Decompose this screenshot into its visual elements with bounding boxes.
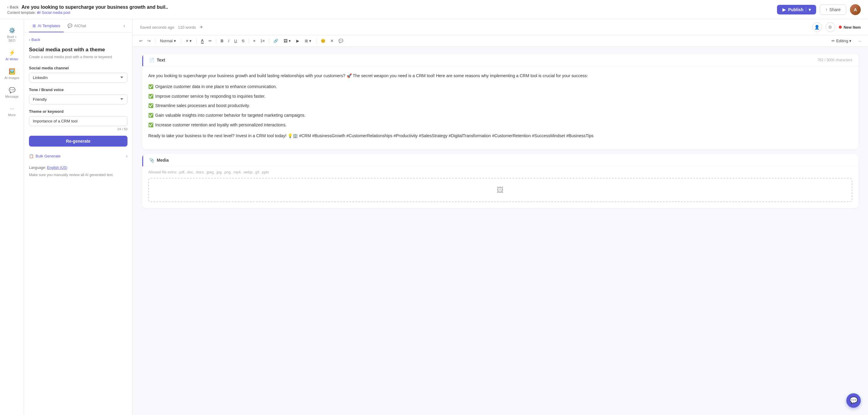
- bulk-icon: 📋: [29, 154, 34, 158]
- italic-icon: I: [228, 39, 229, 43]
- strikethrough-icon: S: [242, 39, 244, 43]
- template-label: Content template:: [7, 10, 36, 15]
- italic-button[interactable]: I: [226, 37, 231, 45]
- sidebar-item-brief-seo[interactable]: ⚙️ Brief + SEO: [2, 24, 22, 45]
- chevron-down-icon: ▾: [809, 7, 811, 12]
- add-collaborator-button[interactable]: 👤: [812, 22, 822, 32]
- chevron-down-icon: ▾: [849, 39, 851, 43]
- clear-format-button[interactable]: ✕: [329, 37, 336, 45]
- text-block-content[interactable]: Are you looking to supercharge your busi…: [142, 66, 858, 149]
- text-block-label: Text: [157, 58, 165, 62]
- panel-title: Social media post with a theme: [29, 47, 127, 53]
- media-block-label: Media: [157, 158, 169, 162]
- lang-label: Language:: [29, 166, 46, 170]
- image-button[interactable]: 🖼 ▾: [281, 37, 293, 45]
- strikethrough-button[interactable]: S: [240, 37, 246, 45]
- collapse-panel-button[interactable]: ‹: [121, 22, 127, 30]
- bullet-text: Gain valuable insights into customer beh…: [155, 112, 306, 119]
- ai-panel-content: ‹ Back Social media post with a theme Cr…: [24, 33, 132, 415]
- bullet-text: Streamline sales processes and boost pro…: [155, 102, 250, 110]
- table-icon: ⊞: [305, 39, 308, 43]
- sidebar-item-ai-writer[interactable]: ⚡ AI Writer: [2, 47, 22, 64]
- editing-dropdown[interactable]: ✏ Editing ▾: [829, 37, 854, 45]
- style-label: Normal: [160, 39, 173, 43]
- emoji-button[interactable]: 😊: [319, 37, 327, 45]
- sidebar-item-more[interactable]: ··· More: [2, 102, 22, 120]
- toolbar-sep: [216, 38, 216, 44]
- language-link[interactable]: English (US): [47, 166, 67, 170]
- topbar-left: ‹ Back Are you looking to supercharge yo…: [7, 4, 168, 15]
- editor-topbar: Saved seconds ago 110 words 👁 👤 ⚙ New It…: [133, 19, 868, 35]
- new-item-button[interactable]: New Item: [839, 25, 861, 30]
- bulk-label: Bulk Generate: [36, 154, 61, 158]
- back-link[interactable]: ‹ Back: [29, 37, 127, 42]
- template-name: # Social media post: [38, 10, 70, 15]
- more-options-button[interactable]: ···: [856, 37, 863, 45]
- person-plus-icon: 👤: [814, 25, 819, 30]
- list-item: Organize customer data in one place to e…: [148, 83, 852, 90]
- play-icon: ▶: [296, 39, 299, 43]
- chevron-left-icon: ‹: [7, 5, 8, 9]
- theme-group: Theme or keyword 24 / 50: [29, 109, 127, 131]
- sidebar-item-label: Message: [5, 95, 19, 98]
- editing-label: Editing: [836, 39, 848, 43]
- avatar[interactable]: A: [850, 4, 861, 15]
- underline-button[interactable]: U: [232, 37, 239, 45]
- chevron-down-icon: ▾: [174, 39, 176, 43]
- chevron-left-icon: ‹: [29, 37, 30, 42]
- align-icon: ≡: [186, 39, 188, 43]
- list-item: Increase customer retention and loyalty …: [148, 122, 852, 129]
- undo-button[interactable]: ↩: [137, 37, 144, 45]
- highlight-button[interactable]: ✏: [207, 37, 214, 45]
- template-link[interactable]: # # Social media post: [37, 10, 70, 15]
- highlight-icon: ✏: [209, 39, 212, 43]
- sidebar-item-ai-images[interactable]: 🖼️ AI Images: [2, 65, 22, 83]
- align-dropdown[interactable]: ≡ ▾: [184, 37, 194, 45]
- back-button[interactable]: ‹ Back: [7, 5, 19, 9]
- text-color-button[interactable]: A: [199, 37, 206, 45]
- bold-icon: B: [221, 39, 223, 43]
- regenerate-button[interactable]: Re-generate: [29, 136, 127, 147]
- sidebar-item-message[interactable]: 💬 Message: [2, 84, 22, 101]
- share-icon: ↑: [826, 7, 828, 12]
- toolbar-sep: [249, 38, 249, 44]
- divider: [806, 7, 806, 12]
- eye-icon[interactable]: 👁: [199, 25, 204, 30]
- bulk-generate-row[interactable]: 📋 Bulk Generate ›: [29, 151, 127, 161]
- text-block: 📄 Text 782 / 3000 characters Are you loo…: [142, 54, 858, 149]
- media-upload-area[interactable]: 🖼: [148, 178, 852, 202]
- sidebar-item-label: Brief + SEO: [4, 35, 20, 42]
- link-button[interactable]: 🔗: [272, 37, 280, 45]
- tab-ai-templates[interactable]: ⊞ AI Templates: [29, 19, 64, 32]
- social-channel-select[interactable]: LinkedIn Twitter Facebook Instagram: [29, 73, 127, 83]
- back-label: Back: [10, 5, 19, 9]
- publish-button[interactable]: ▶ Publish ▾: [777, 5, 816, 14]
- bold-button[interactable]: B: [219, 37, 225, 45]
- chevron-down-icon: ▾: [309, 39, 311, 43]
- play-button[interactable]: ▶: [294, 37, 301, 45]
- paperclip-icon: 📎: [149, 158, 154, 162]
- redo-button[interactable]: ↪: [146, 37, 153, 45]
- ai-panel: ⊞ AI Templates 💬 AIChat ‹ ‹ Back Social …: [24, 19, 133, 415]
- review-note: Make sure you manually review all AI gen…: [29, 172, 127, 178]
- settings-button[interactable]: ⚙: [826, 22, 835, 32]
- tone-select[interactable]: Friendly Professional Casual Formal: [29, 94, 127, 105]
- bullet-list-button[interactable]: ≡: [251, 37, 257, 45]
- comment-button[interactable]: 💬: [337, 37, 345, 45]
- sidebar-item-label: AI Images: [4, 76, 20, 80]
- tone-group: Tone / Brand voice Friendly Professional…: [29, 87, 127, 105]
- char-count: 24 / 50: [29, 127, 127, 131]
- table-button[interactable]: ⊞ ▾: [302, 37, 314, 45]
- media-block: 📎 Media Allowed file extns: .pdf, .doc, …: [142, 154, 858, 208]
- style-dropdown[interactable]: Normal ▾: [158, 37, 179, 45]
- tab-label: AIChat: [74, 24, 86, 28]
- chat-bubble-button[interactable]: 💬: [846, 393, 861, 408]
- toolbar-sep: [269, 38, 269, 44]
- list-item: Improve customer service by responding t…: [148, 93, 852, 100]
- theme-input[interactable]: [29, 116, 127, 126]
- tab-aichat[interactable]: 💬 AIChat: [64, 19, 90, 32]
- ordered-list-button[interactable]: 1≡: [258, 37, 267, 45]
- editor-area: Saved seconds ago 110 words 👁 👤 ⚙ New It…: [133, 19, 868, 415]
- intro-paragraph: Are you looking to supercharge your busi…: [148, 72, 852, 80]
- share-button[interactable]: ↑ Share: [820, 4, 846, 15]
